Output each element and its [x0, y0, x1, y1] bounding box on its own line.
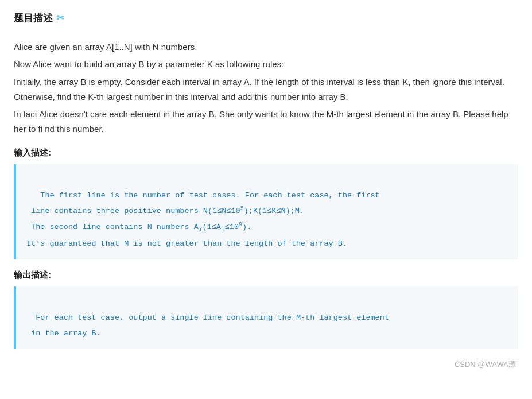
desc-line-2: Now Alice want to build an array B by a … [14, 57, 518, 72]
output-section-title: 输出描述: [14, 270, 518, 281]
scissors-icon: ✂ [56, 12, 64, 24]
desc-line-4: In fact Alice doesn't care each element … [14, 107, 518, 137]
desc-line-1: Alice are given an array A[1..N] with N … [14, 40, 518, 55]
input-line-1: The first line is the number of test cas… [26, 191, 380, 248]
title-text: 题目描述 [14, 11, 53, 25]
problem-description: Alice are given an array A[1..N] with N … [14, 40, 518, 137]
input-code-block: The first line is the number of test cas… [14, 164, 518, 259]
output-code-block: For each test case, output a single line… [14, 286, 518, 349]
page-title: 题目描述 ✂ [14, 11, 64, 25]
section-header: 题目描述 ✂ [14, 11, 518, 32]
input-section-title: 输入描述: [14, 148, 518, 158]
watermark: CSDN @WAWA源 [14, 359, 518, 370]
desc-line-3: Initially, the array B is empty. Conside… [14, 75, 518, 105]
output-line-1: For each test case, output a single line… [26, 313, 389, 338]
